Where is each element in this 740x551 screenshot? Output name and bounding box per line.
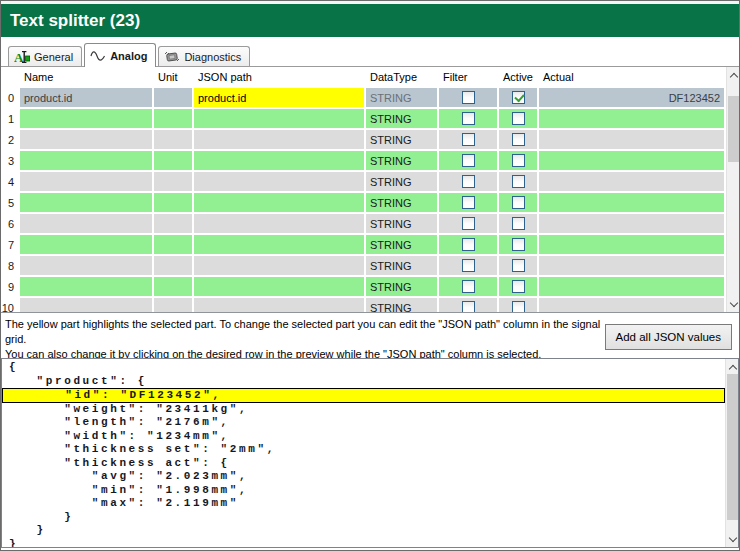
actual-cell[interactable]: DF123452: [539, 88, 726, 109]
filter-checkbox[interactable]: [462, 91, 475, 104]
preview-line[interactable]: "max": "2.119mm": [2, 497, 725, 511]
actual-cell[interactable]: [539, 277, 726, 298]
preview-scrollbar[interactable]: [725, 359, 738, 547]
actual-cell[interactable]: [539, 109, 726, 130]
unit-cell[interactable]: [154, 235, 194, 256]
datatype-cell[interactable]: STRING: [366, 277, 439, 298]
active-cell[interactable]: [499, 214, 539, 235]
name-cell[interactable]: [20, 277, 154, 298]
active-cell[interactable]: [499, 130, 539, 151]
active-checkbox[interactable]: [512, 301, 525, 313]
table-row[interactable]: 1 STRING: [1, 109, 726, 130]
column-header-jsonpath[interactable]: JSON path: [194, 67, 366, 88]
json-path-cell[interactable]: [194, 256, 366, 277]
name-cell[interactable]: [20, 151, 154, 172]
row-index[interactable]: 10: [1, 298, 20, 313]
filter-cell[interactable]: [439, 256, 499, 277]
name-cell[interactable]: [20, 214, 154, 235]
active-cell[interactable]: [499, 277, 539, 298]
active-cell[interactable]: [499, 172, 539, 193]
table-row[interactable]: 10 STRING: [1, 298, 726, 313]
preview-line[interactable]: }: [2, 511, 725, 525]
table-row[interactable]: 9 STRING: [1, 277, 726, 298]
table-row[interactable]: 6 STRING: [1, 214, 726, 235]
filter-cell[interactable]: [439, 214, 499, 235]
actual-cell[interactable]: [539, 235, 726, 256]
actual-cell[interactable]: [539, 130, 726, 151]
tab-general[interactable]: A General: [8, 46, 82, 66]
datatype-cell[interactable]: STRING: [366, 130, 439, 151]
row-index[interactable]: 8: [1, 256, 20, 277]
name-cell[interactable]: [20, 130, 154, 151]
json-path-cell[interactable]: product.id: [194, 88, 366, 109]
preview-scroll-up-icon[interactable]: [726, 359, 739, 374]
row-index[interactable]: 3: [1, 151, 20, 172]
name-cell[interactable]: [20, 193, 154, 214]
actual-cell[interactable]: [539, 214, 726, 235]
active-checkbox[interactable]: [512, 196, 525, 209]
grid-scroll-up-icon[interactable]: [727, 67, 739, 82]
table-row[interactable]: 2 STRING: [1, 130, 726, 151]
row-index[interactable]: 2: [1, 130, 20, 151]
filter-cell[interactable]: [439, 172, 499, 193]
grid-scroll-down-icon[interactable]: [727, 297, 739, 312]
row-index[interactable]: 1: [1, 109, 20, 130]
json-path-cell[interactable]: [194, 235, 366, 256]
preview-scrollbar-thumb[interactable]: [727, 374, 738, 520]
column-header-filter[interactable]: Filter: [439, 67, 499, 88]
preview-line[interactable]: "product": {: [2, 375, 725, 389]
row-index[interactable]: 0: [1, 88, 20, 109]
actual-cell[interactable]: [539, 298, 726, 313]
unit-cell[interactable]: [154, 256, 194, 277]
active-checkbox[interactable]: [512, 91, 525, 104]
json-path-cell[interactable]: [194, 172, 366, 193]
table-row[interactable]: 8 STRING: [1, 256, 726, 277]
row-index[interactable]: 4: [1, 172, 20, 193]
column-header-datatype[interactable]: DataType: [366, 67, 439, 88]
datatype-cell[interactable]: STRING: [366, 214, 439, 235]
filter-cell[interactable]: [439, 277, 499, 298]
row-index[interactable]: 7: [1, 235, 20, 256]
unit-cell[interactable]: [154, 88, 194, 109]
json-path-cell[interactable]: [194, 298, 366, 313]
table-row[interactable]: 5 STRING: [1, 193, 726, 214]
active-checkbox[interactable]: [512, 238, 525, 251]
datatype-cell[interactable]: STRING: [366, 109, 439, 130]
unit-cell[interactable]: [154, 193, 194, 214]
column-header-unit[interactable]: Unit: [154, 67, 194, 88]
json-path-cell[interactable]: [194, 130, 366, 151]
row-index[interactable]: 9: [1, 277, 20, 298]
actual-cell[interactable]: [539, 151, 726, 172]
filter-cell[interactable]: [439, 109, 499, 130]
datatype-cell[interactable]: STRING: [366, 88, 439, 109]
table-row[interactable]: 7 STRING: [1, 235, 726, 256]
datatype-cell[interactable]: STRING: [366, 256, 439, 277]
active-checkbox[interactable]: [512, 280, 525, 293]
unit-cell[interactable]: [154, 130, 194, 151]
row-index[interactable]: 6: [1, 214, 20, 235]
active-cell[interactable]: [499, 109, 539, 130]
filter-checkbox[interactable]: [462, 133, 475, 146]
grid-scrollbar-thumb[interactable]: [728, 96, 739, 162]
active-checkbox[interactable]: [512, 259, 525, 272]
tab-diagnostics[interactable]: Diagnostics: [158, 46, 250, 66]
name-cell[interactable]: [20, 298, 154, 313]
filter-cell[interactable]: [439, 130, 499, 151]
name-cell[interactable]: [20, 235, 154, 256]
preview-line-highlighted[interactable]: "id": "DF123452",: [2, 388, 725, 403]
unit-cell[interactable]: [154, 298, 194, 313]
active-cell[interactable]: [499, 193, 539, 214]
column-header-actual[interactable]: Actual: [539, 67, 726, 88]
filter-checkbox[interactable]: [462, 238, 475, 251]
add-all-json-values-button[interactable]: Add all JSON values: [605, 324, 732, 350]
unit-cell[interactable]: [154, 277, 194, 298]
active-cell[interactable]: [499, 256, 539, 277]
json-path-cell[interactable]: [194, 214, 366, 235]
table-row[interactable]: 4 STRING: [1, 172, 726, 193]
active-cell[interactable]: [499, 235, 539, 256]
name-cell[interactable]: product.id: [20, 88, 154, 109]
preview-line[interactable]: }: [2, 538, 725, 549]
datatype-cell[interactable]: STRING: [366, 193, 439, 214]
preview-line[interactable]: "weight": "23411kg",: [2, 403, 725, 417]
column-header-active[interactable]: Active: [499, 67, 539, 88]
